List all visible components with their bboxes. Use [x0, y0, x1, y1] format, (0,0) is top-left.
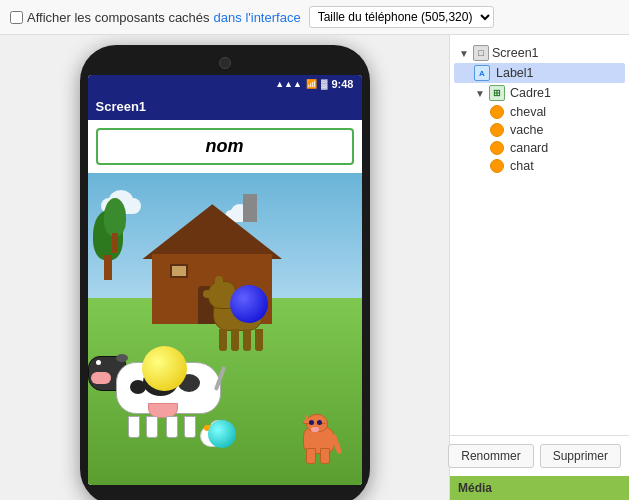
app-bar: Screen1 — [88, 93, 362, 120]
interface-link[interactable]: dans l'interface — [214, 10, 301, 25]
status-bar: ▲▲▲ 📶 ▓ 9:48 — [88, 75, 362, 93]
tree-item-screen1[interactable]: ▼ □ Screen1 — [454, 43, 625, 63]
phone-device: ▲▲▲ 📶 ▓ 9:48 Screen1 nom — [80, 45, 370, 500]
status-time: 9:48 — [331, 78, 353, 90]
tree-label-label1: Label1 — [496, 66, 534, 80]
tree-item-canard[interactable]: canard — [454, 139, 625, 157]
show-hidden-checkbox[interactable] — [10, 11, 23, 24]
screen-icon: □ — [473, 45, 489, 61]
cat-component[interactable] — [298, 414, 348, 469]
signal-icon: ▲▲▲ — [275, 79, 302, 89]
farm-image-area[interactable] — [88, 173, 362, 485]
phone-panel: ▲▲▲ 📶 ▓ 9:48 Screen1 nom — [0, 35, 449, 500]
tree-item-vache[interactable]: vache — [454, 121, 625, 139]
tree-item-cadre1[interactable]: ▼ ⊞ Cadre1 — [454, 83, 625, 103]
main-content: ▲▲▲ 📶 ▓ 9:48 Screen1 nom — [0, 35, 629, 500]
component-tree: ▼ □ Screen1 A Label1 ▼ ⊞ Cadre1 cheval — [450, 35, 629, 435]
tree-left-2 — [104, 198, 126, 253]
tree-label-cheval: cheval — [510, 105, 546, 119]
app-title: Screen1 — [96, 99, 147, 114]
ball-cyan[interactable] — [208, 420, 236, 448]
show-hidden-checkbox-label[interactable]: Afficher les composants cachés dans l'in… — [10, 10, 301, 25]
expand-icon-screen1: ▼ — [458, 48, 470, 59]
button-icon-vache — [490, 123, 504, 137]
button-icon-chat — [490, 159, 504, 173]
media-section: Média — [450, 476, 629, 500]
tree-label-vache: vache — [510, 123, 543, 137]
phone-size-dropdown: Taille du téléphone (505,320) — [309, 6, 494, 28]
tree-item-label1[interactable]: A Label1 — [454, 63, 625, 83]
tree-label-chat: chat — [510, 159, 534, 173]
tree-label-canard: canard — [510, 141, 548, 155]
toolbar: Afficher les composants cachés dans l'in… — [0, 0, 629, 35]
bottom-buttons: Renommer Supprimer — [450, 435, 629, 476]
label-icon: A — [474, 65, 490, 81]
tree-item-cheval[interactable]: cheval — [454, 103, 625, 121]
barn-window — [170, 264, 188, 278]
battery-icon: ▓ — [321, 79, 328, 89]
delete-button[interactable]: Supprimer — [540, 444, 621, 468]
label-text: nom — [206, 136, 244, 156]
farm-scene — [88, 173, 362, 485]
frame-icon: ⊞ — [489, 85, 505, 101]
right-panel: ▼ □ Screen1 A Label1 ▼ ⊞ Cadre1 cheval — [449, 35, 629, 500]
phone-screen: ▲▲▲ 📶 ▓ 9:48 Screen1 nom — [88, 75, 362, 485]
screen-content[interactable]: nom — [88, 120, 362, 485]
button-icon-cheval — [490, 105, 504, 119]
barn-roof — [142, 204, 282, 259]
label-box: nom — [96, 128, 354, 165]
ball-blue[interactable] — [230, 285, 268, 323]
phone-size-select[interactable]: Taille du téléphone (505,320) — [309, 6, 494, 28]
wifi-icon: 📶 — [306, 79, 317, 89]
rename-button[interactable]: Renommer — [448, 444, 533, 468]
checkbox-text: Afficher les composants cachés — [27, 10, 210, 25]
expand-icon-cadre1: ▼ — [474, 88, 486, 99]
button-icon-canard — [490, 141, 504, 155]
tree-label-screen1: Screen1 — [492, 46, 539, 60]
media-label: Média — [458, 481, 492, 495]
tree-item-chat[interactable]: chat — [454, 157, 625, 175]
tree-label-cadre1: Cadre1 — [510, 86, 551, 100]
